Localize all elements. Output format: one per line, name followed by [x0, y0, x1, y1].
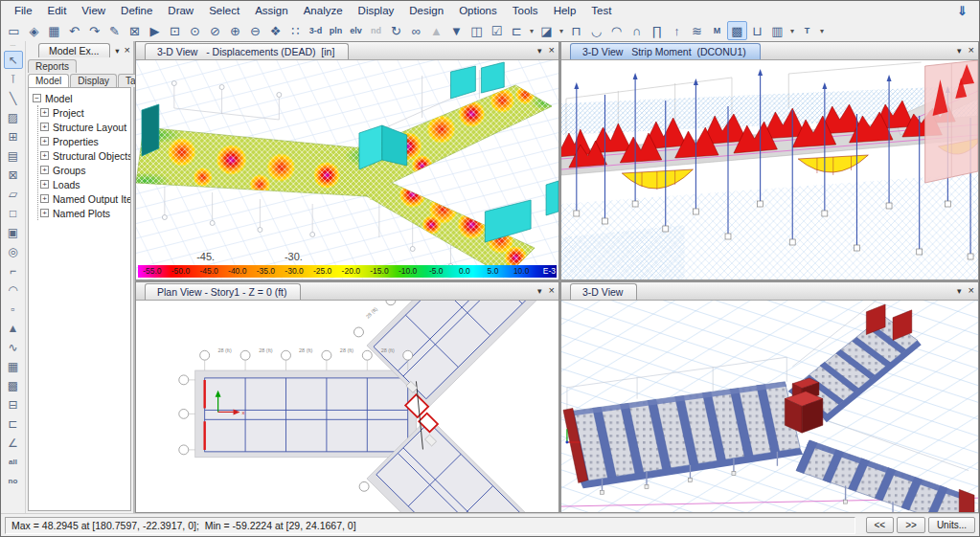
layers-icon[interactable]: ≋: [687, 21, 707, 40]
object-options-caret-icon[interactable]: ▾: [527, 21, 536, 40]
expand-icon[interactable]: [40, 194, 49, 203]
open-model-icon[interactable]: ◈: [24, 21, 44, 40]
draw-area-rect-icon[interactable]: □: [4, 204, 23, 222]
window-up-icon[interactable]: ⊏: [507, 21, 527, 40]
collapse-icon[interactable]: [33, 94, 41, 102]
strip-display-icon[interactable]: T: [797, 21, 817, 40]
menu-item[interactable]: Design: [401, 3, 451, 18]
menu-item[interactable]: Test: [583, 3, 619, 18]
menu-item[interactable]: Display: [351, 3, 402, 18]
view-3d-icon[interactable]: 3-d: [306, 21, 326, 40]
expand-icon[interactable]: [40, 180, 49, 189]
move-down-icon[interactable]: ▼: [446, 21, 467, 40]
pane-close-icon[interactable]: [549, 286, 555, 296]
pane-plan-titlebar[interactable]: Plan View - Story1 - Z = 0 (ft): [136, 282, 558, 301]
draw-polyline-icon[interactable]: ⌐: [4, 261, 23, 280]
pane-displacements-titlebar[interactable]: 3-D View - Displacements (DEAD) [in]: [136, 42, 558, 60]
point-load-icon[interactable]: ↑: [667, 21, 687, 40]
draw-frame-icon[interactable]: ⊓: [566, 21, 586, 40]
column-display-caret-icon[interactable]: ▾: [787, 21, 797, 40]
expand-icon[interactable]: [40, 123, 49, 131]
deselect-all-icon[interactable]: no: [4, 472, 23, 490]
tree-item[interactable]: Project: [40, 105, 130, 120]
explorer-tab[interactable]: Model: [28, 74, 69, 87]
run-analysis-icon[interactable]: ▶: [145, 21, 165, 40]
zoom-out-icon[interactable]: ⊖: [245, 21, 265, 40]
rotate-3d-view-icon[interactable]: ↻: [386, 21, 406, 40]
tree-item[interactable]: Named Plots: [40, 206, 130, 220]
pane-menu-icon[interactable]: [957, 46, 962, 56]
select-pointer-icon[interactable]: ↖: [4, 51, 23, 69]
moment-diagram-b-icon[interactable]: ∩: [627, 21, 647, 40]
menu-item[interactable]: Tools: [505, 3, 546, 18]
pane-close-icon[interactable]: [969, 46, 974, 56]
pane-displacements-title[interactable]: 3-D View - Displacements (DEAD) [in]: [145, 43, 349, 59]
restore-full-view-icon[interactable]: ⊙: [185, 21, 205, 40]
menu-item[interactable]: Define: [113, 3, 160, 18]
pane-strip-moment-title[interactable]: 3-D View Strip Moment (DCONU1): [570, 43, 761, 59]
draw-tendon-icon[interactable]: ∿: [4, 338, 23, 356]
perspective-glasses-icon[interactable]: ∞: [406, 21, 426, 40]
menu-item[interactable]: Analyze: [296, 3, 351, 18]
quick-draw-beam-icon[interactable]: ▤: [4, 146, 23, 165]
plan-view-canvas[interactable]: 28 (ft) 28 (ft) 28 (ft) 28 (ft): [136, 301, 558, 512]
draw-point-icon[interactable]: ▫: [4, 300, 23, 318]
undo-icon[interactable]: ↶: [64, 21, 84, 40]
menu-item[interactable]: View: [74, 3, 113, 18]
pane-menu-icon[interactable]: [537, 46, 542, 56]
reshape-tool-icon[interactable]: ⊺: [4, 70, 23, 88]
quick-draw-area-icon[interactable]: ▣: [4, 223, 23, 241]
lock-model-icon[interactable]: ⊠: [125, 21, 145, 40]
moment-diagram-a-icon[interactable]: ◠: [606, 21, 627, 40]
strip-moment-view-canvas[interactable]: [561, 60, 978, 280]
display-capture-icon[interactable]: ▩: [727, 21, 747, 40]
model-3d-view-canvas[interactable]: [561, 301, 978, 512]
strip-moment-icon[interactable]: M: [707, 21, 727, 40]
draw-wall-icon[interactable]: ◡: [586, 21, 606, 40]
draw-opening-icon[interactable]: ⊟: [4, 395, 23, 414]
tree-item[interactable]: Structural Objects: [40, 148, 130, 163]
pane-menu-icon[interactable]: [537, 286, 542, 296]
menu-item[interactable]: Draw: [160, 3, 201, 18]
draw-column-icon[interactable]: ▲: [4, 319, 23, 337]
toolbar-grip[interactable]: ┄: [4, 42, 23, 50]
menu-item[interactable]: Options: [451, 3, 505, 18]
previous-zoom-icon[interactable]: ⊘: [205, 21, 225, 40]
pane-close-icon[interactable]: [969, 286, 974, 296]
model-explorer-title[interactable]: Model Ex...: [38, 43, 110, 57]
rubber-band-zoom-icon[interactable]: ⊡: [165, 21, 185, 40]
draw-mesh-icon[interactable]: ▩: [4, 376, 23, 394]
expand-icon[interactable]: [40, 108, 49, 117]
draw-edge-icon[interactable]: ⊏: [4, 414, 23, 433]
draw-pencil-icon[interactable]: ✎: [104, 21, 125, 40]
draw-circle-icon[interactable]: ◎: [4, 242, 23, 260]
quick-draw-brace-icon[interactable]: ⊠: [4, 166, 23, 184]
menu-item[interactable]: Select: [201, 3, 247, 18]
tree-item[interactable]: Loads: [40, 177, 130, 191]
previous-units-button[interactable]: <<: [866, 517, 895, 533]
save-model-icon[interactable]: ▦: [44, 21, 64, 40]
draw-angle-icon[interactable]: ∠: [4, 434, 23, 452]
menu-item[interactable]: Assign: [247, 3, 296, 18]
draw-beam-icon[interactable]: ⊞: [4, 127, 23, 145]
pane-menu-icon[interactable]: [957, 286, 962, 296]
measure-icon[interactable]: ∷: [285, 21, 306, 40]
expand-icon[interactable]: [40, 137, 49, 145]
pane-strip-moment-titlebar[interactable]: 3-D View Strip Moment (DCONU1): [561, 42, 978, 60]
view-nd-icon[interactable]: nd: [366, 21, 386, 40]
tree-item[interactable]: Properties: [40, 134, 130, 148]
deformed-shape-icon[interactable]: ⊔: [747, 21, 767, 40]
new-model-icon[interactable]: ▭: [4, 21, 24, 40]
tab-reports[interactable]: Reports: [28, 59, 77, 73]
column-display-icon[interactable]: ▥: [767, 21, 787, 40]
pan-icon[interactable]: ❖: [265, 21, 285, 40]
pane-close-icon[interactable]: [549, 46, 555, 56]
strip-display-caret-icon[interactable]: ▾: [817, 21, 827, 40]
pane-plan-title[interactable]: Plan View - Story1 - Z = 0 (ft): [145, 283, 301, 300]
building-frame-icon[interactable]: ∏: [647, 21, 667, 40]
pane-3d-model-title[interactable]: 3-D View: [570, 283, 637, 300]
view-elevation-icon[interactable]: elv: [346, 21, 366, 40]
tree-item[interactable]: Groups: [40, 163, 130, 177]
expand-icon[interactable]: [40, 151, 49, 160]
next-units-button[interactable]: >>: [897, 517, 925, 533]
